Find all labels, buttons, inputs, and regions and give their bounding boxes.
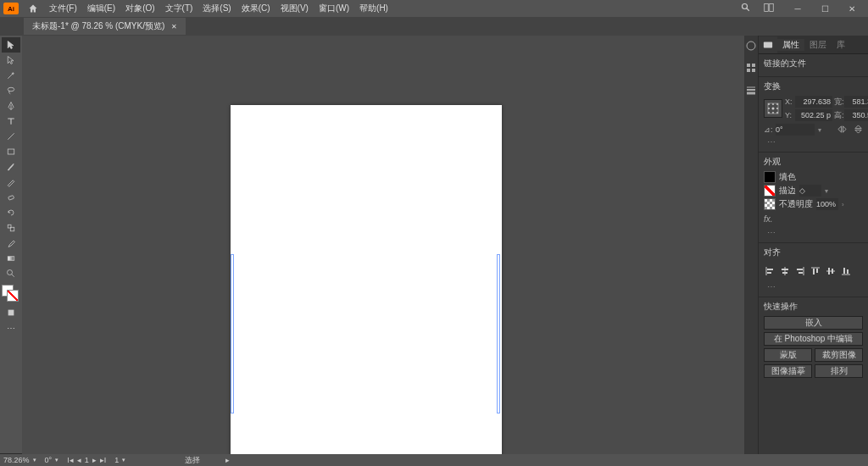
swatches-panel-icon[interactable]	[746, 63, 756, 73]
menu-select[interactable]: 选择(S)	[198, 3, 236, 14]
magic-wand-tool[interactable]	[2, 68, 20, 83]
scale-tool[interactable]	[2, 220, 20, 236]
angle-dropdown-icon[interactable]: ▾	[818, 126, 821, 134]
height-input[interactable]	[844, 109, 868, 121]
mask-button[interactable]: 蒙版	[764, 348, 812, 362]
type-tool[interactable]	[2, 114, 20, 129]
eyedropper-tool[interactable]	[2, 236, 20, 251]
edit-in-photoshop-button[interactable]: 在 Photoshop 中编辑	[764, 332, 863, 346]
canvas[interactable]	[22, 36, 744, 454]
stroke-color[interactable]	[7, 290, 19, 302]
artboard-select[interactable]: 1▾	[114, 456, 125, 464]
stroke-panel-icon[interactable]	[746, 85, 756, 95]
menu-file[interactable]: 文件(F)	[44, 3, 82, 14]
y-input[interactable]	[795, 109, 832, 121]
lasso-tool[interactable]	[2, 83, 20, 98]
rotate-display[interactable]: 0°▾	[45, 456, 59, 464]
panel-dock-strip	[744, 36, 758, 454]
align-bottom-icon[interactable]	[840, 265, 852, 277]
svg-rect-17	[747, 69, 750, 72]
color-wells[interactable]	[2, 285, 19, 302]
zoom-tool[interactable]	[2, 266, 20, 281]
align-top-icon[interactable]	[810, 265, 821, 277]
tab-properties[interactable]: 属性	[777, 39, 804, 51]
home-icon[interactable]	[27, 3, 39, 14]
zoom-display[interactable]: 78.26%▾	[3, 456, 36, 464]
selection-tool[interactable]	[2, 37, 20, 53]
appearance-more-icon[interactable]: ⋯	[764, 226, 863, 239]
stroke-swatch[interactable]	[764, 185, 776, 197]
status-chevron-icon[interactable]: ▸	[225, 456, 230, 464]
selection-handle-right[interactable]	[497, 254, 500, 413]
opacity-chevron-icon[interactable]: ›	[842, 201, 844, 208]
minimize-button[interactable]: ─	[785, 3, 810, 14]
svg-rect-13	[8, 310, 14, 315]
paintbrush-tool[interactable]	[2, 159, 20, 175]
svg-rect-44	[816, 269, 818, 273]
tab-layers[interactable]: 图层	[804, 39, 832, 51]
reference-point-icon[interactable]	[764, 99, 782, 118]
artboard[interactable]	[231, 105, 502, 454]
width-input[interactable]	[844, 96, 868, 108]
rotate-tool[interactable]	[2, 205, 20, 220]
flip-horizontal-icon[interactable]	[837, 125, 847, 136]
x-input[interactable]	[795, 96, 832, 108]
toolbox-more[interactable]: ⋯	[2, 320, 20, 336]
align-vcenter-icon[interactable]	[825, 265, 837, 277]
svg-rect-10	[8, 257, 14, 261]
svg-rect-16	[752, 64, 755, 67]
embed-button[interactable]: 嵌入	[764, 316, 863, 330]
direct-selection-tool[interactable]	[2, 53, 20, 68]
maximize-button[interactable]: ☐	[812, 3, 837, 14]
properties-panel: 属性 图层 库 链接的文件 变换 X: 宽: Y:	[758, 36, 868, 454]
fx-row[interactable]: fx.	[764, 212, 863, 226]
selection-handle-left[interactable]	[231, 254, 234, 413]
tab-close-icon[interactable]: ✕	[171, 23, 177, 31]
transform-more-icon[interactable]: ⋯	[764, 136, 863, 148]
line-segment-tool[interactable]	[2, 129, 20, 144]
menu-help[interactable]: 帮助(H)	[354, 3, 393, 14]
search-icon[interactable]	[741, 3, 751, 14]
arrange-button[interactable]: 排列	[815, 364, 863, 378]
crop-image-button[interactable]: 裁剪图像	[815, 348, 863, 362]
svg-line-5	[8, 133, 14, 140]
document-tab[interactable]: 未标题-1* @ 78.26 % (CMYK/预览) ✕	[24, 18, 186, 35]
fill-swatch[interactable]	[764, 171, 776, 183]
pen-tool[interactable]	[2, 98, 20, 114]
menu-type[interactable]: 文字(T)	[160, 3, 198, 14]
pencil-tool[interactable]	[2, 175, 20, 190]
menubar: Ai 文件(F) 编辑(E) 对象(O) 文字(T) 选择(S) 效果(C) 视…	[0, 0, 868, 17]
toolbox: ⋯	[0, 36, 22, 454]
align-more-icon[interactable]: ⋯	[764, 280, 863, 293]
tab-libraries[interactable]: 库	[832, 39, 850, 51]
menu-view[interactable]: 视图(V)	[275, 3, 314, 14]
align-right-icon[interactable]	[794, 265, 806, 277]
color-panel-icon[interactable]	[746, 41, 756, 51]
artboard-nav[interactable]: I◂◂1▸▸I	[67, 456, 106, 464]
opacity-swatch[interactable]	[764, 198, 776, 210]
close-button[interactable]: ✕	[839, 3, 865, 14]
align-left-icon[interactable]	[764, 265, 776, 277]
rectangle-tool[interactable]	[2, 144, 20, 159]
angle-input[interactable]	[776, 124, 815, 136]
menu-object[interactable]: 对象(O)	[120, 3, 159, 14]
stroke-dropdown-icon[interactable]: ▾	[825, 187, 828, 195]
opacity-input[interactable]	[816, 198, 838, 210]
menu-window[interactable]: 窗口(W)	[314, 3, 354, 14]
svg-point-11	[8, 270, 13, 275]
image-trace-button[interactable]: 图像描摹	[764, 364, 812, 378]
align-hcenter-icon[interactable]	[779, 265, 791, 277]
stroke-weight-input[interactable]	[799, 185, 821, 197]
svg-rect-22	[764, 42, 772, 47]
gradient-tool[interactable]	[2, 251, 20, 266]
panel-tabs: 属性 图层 库	[759, 36, 868, 54]
eraser-tool[interactable]	[2, 190, 20, 205]
flip-vertical-icon[interactable]	[854, 125, 863, 136]
arrange-documents-icon[interactable]	[763, 3, 775, 14]
svg-rect-50	[847, 269, 849, 274]
menu-effect[interactable]: 效果(C)	[236, 3, 275, 14]
draw-mode[interactable]	[2, 305, 20, 320]
panel-icon[interactable]	[759, 36, 777, 53]
svg-rect-49	[843, 268, 845, 274]
menu-edit[interactable]: 编辑(E)	[82, 3, 120, 14]
